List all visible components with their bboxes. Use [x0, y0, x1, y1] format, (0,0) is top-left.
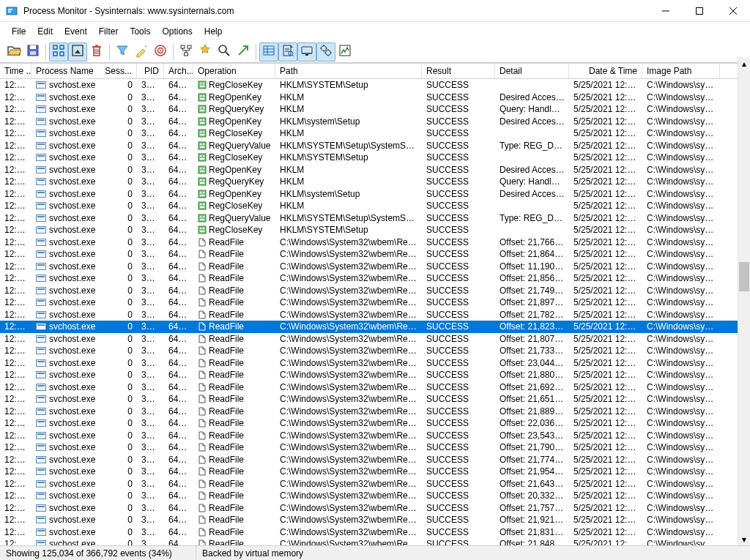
cell-session: 0: [105, 116, 137, 127]
vertical-scrollbar[interactable]: ▴ ▾: [738, 57, 750, 545]
event-row[interactable]: 12:42:...svchost.exe0313264-bitReadFileC…: [0, 538, 750, 545]
toolbar-show-network-button[interactable]: [297, 42, 316, 61]
column-header-image[interactable]: Image Path: [642, 64, 720, 78]
title-bar: Process Monitor - Sysinternals: www.sysi…: [0, 0, 750, 22]
column-header-pid[interactable]: PID: [137, 64, 164, 78]
menu-help[interactable]: Help: [198, 23, 229, 40]
event-row[interactable]: 12:42:...svchost.exe0313264-bitReadFileC…: [0, 478, 750, 490]
toolbar-filter-button[interactable]: [113, 42, 132, 61]
toolbar-show-process-button[interactable]: [316, 42, 335, 61]
event-row[interactable]: 12:42:...svchost.exe0313264-bitReadFileC…: [0, 466, 750, 478]
cell-arch: 64-bit: [164, 224, 193, 236]
event-row[interactable]: 12:42:...svchost.exe0313264-bitReadFileC…: [0, 261, 750, 273]
menu-edit[interactable]: Edit: [31, 23, 59, 40]
column-header-arch[interactable]: Arch...: [164, 64, 193, 78]
column-header-path[interactable]: Path: [275, 64, 422, 78]
menu-file[interactable]: File: [6, 23, 31, 40]
cell-arch: 64-bit: [164, 272, 193, 284]
column-header-result[interactable]: Result: [422, 64, 495, 78]
event-row[interactable]: 12:42:...svchost.exe0313264-bitReadFileC…: [0, 441, 750, 454]
toolbar-clear-button[interactable]: [87, 42, 106, 61]
toolbar-capture-button[interactable]: [49, 42, 68, 61]
event-row[interactable]: 12:42:...svchost.exe0313264-bitRegCloseK…: [0, 127, 750, 140]
column-header-time[interactable]: Time ...: [0, 64, 31, 78]
toolbar-find-activity-button[interactable]: [196, 42, 215, 61]
event-row[interactable]: 12:42:...svchost.exe0313264-bitReadFileC…: [0, 309, 750, 321]
toolbar-process-tree-button[interactable]: [177, 42, 196, 61]
cell-arch: 64-bit: [164, 176, 193, 187]
toolbar-find-button[interactable]: [215, 42, 234, 61]
svg-rect-33: [302, 47, 312, 53]
close-button[interactable]: [716, 0, 750, 22]
event-row[interactable]: 12:42:...svchost.exe0313264-bitRegQueryK…: [0, 176, 750, 188]
cell-image: C:\Windows\syste...: [642, 285, 720, 296]
event-row[interactable]: 12:42:...svchost.exe0313264-bitReadFileC…: [0, 369, 750, 381]
menu-options[interactable]: Options: [156, 23, 198, 40]
event-row[interactable]: 12:42:...svchost.exe0313264-bitReadFileC…: [0, 417, 750, 430]
event-row[interactable]: 12:42:...svchost.exe0313264-bitReadFileC…: [0, 514, 750, 526]
scroll-thumb[interactable]: [739, 262, 749, 291]
event-row[interactable]: 12:42:...svchost.exe0313264-bitRegQueryV…: [0, 212, 750, 225]
cell-op: ReadFile: [193, 441, 275, 453]
event-row[interactable]: 12:42:...svchost.exe0313264-bitRegQueryV…: [0, 140, 750, 152]
toolbar-highlight-button[interactable]: [132, 42, 151, 61]
column-header-dt[interactable]: Date & Time: [569, 64, 642, 78]
event-row[interactable]: 12:42:...svchost.exe0313264-bitReadFileC…: [0, 285, 750, 297]
event-row[interactable]: 12:42:...svchost.exe0313264-bitReadFileC…: [0, 406, 750, 418]
event-row[interactable]: 12:42:...svchost.exe0313264-bitReadFileC…: [0, 490, 750, 502]
menu-filter[interactable]: Filter: [93, 23, 125, 40]
event-row[interactable]: 12:42:...svchost.exe0313264-bitRegCloseK…: [0, 152, 750, 164]
event-row[interactable]: 12:42:...svchost.exe0313264-bitReadFileC…: [0, 296, 750, 309]
cell-image: C:\Windows\syste...: [642, 466, 720, 477]
event-row[interactable]: 12:42:...svchost.exe0313264-bitRegCloseK…: [0, 224, 750, 236]
event-row[interactable]: 12:42:...svchost.exe0313264-bitRegOpenKe…: [0, 164, 750, 176]
event-row[interactable]: 12:42:...svchost.exe0313264-bitRegOpenKe…: [0, 188, 750, 201]
event-row[interactable]: 12:42:...svchost.exe0313264-bitReadFileC…: [0, 345, 750, 357]
column-header-op[interactable]: Operation: [193, 64, 275, 78]
registry-op-icon: [198, 214, 207, 223]
column-header-detail[interactable]: Detail: [495, 64, 569, 78]
toolbar-save-button[interactable]: [23, 42, 42, 61]
cell-arch: 64-bit: [164, 188, 193, 200]
minimize-button[interactable]: [649, 0, 683, 22]
scroll-down-icon[interactable]: ▾: [738, 533, 750, 545]
maximize-button[interactable]: [683, 0, 716, 22]
toolbar-target-button[interactable]: [151, 42, 170, 61]
toolbar-open-button[interactable]: [4, 42, 23, 61]
event-row[interactable]: 12:42:...svchost.exe0313264-bitRegCloseK…: [0, 200, 750, 212]
toolbar-show-filesystem-button[interactable]: [278, 42, 297, 61]
event-row[interactable]: 12:42:...svchost.exe0313264-bitReadFileC…: [0, 357, 750, 370]
event-row[interactable]: 12:42:...svchost.exe0313264-bitReadFileC…: [0, 526, 750, 539]
event-row[interactable]: 12:42:...svchost.exe0313264-bitReadFileC…: [0, 272, 750, 285]
event-row[interactable]: 12:42:...svchost.exe0313264-bitReadFileC…: [0, 381, 750, 394]
process-icon: [36, 384, 46, 391]
event-row[interactable]: 12:42:...svchost.exe0313264-bitRegOpenKe…: [0, 116, 750, 128]
event-row[interactable]: 12:42:...svchost.exe0313264-bitReadFileC…: [0, 248, 750, 261]
process-icon: [36, 311, 46, 318]
event-row[interactable]: 12:42:...svchost.exe0313264-bitReadFileC…: [0, 333, 750, 346]
svg-rect-78: [200, 195, 204, 196]
cell-image: C:\Windows\syste...: [642, 417, 720, 429]
toolbar-autoscroll-button[interactable]: [68, 42, 87, 61]
column-header-session[interactable]: Sess...: [105, 64, 137, 78]
toolbar-jump-button[interactable]: [234, 42, 253, 61]
event-row[interactable]: 12:42:...svchost.exe0313264-bitReadFileC…: [0, 321, 750, 333]
event-row[interactable]: 12:42:...svchost.exe0313264-bitReadFileC…: [0, 236, 750, 249]
menu-event[interactable]: Event: [59, 23, 93, 40]
event-row[interactable]: 12:42:...svchost.exe0313264-bitRegCloseK…: [0, 79, 750, 92]
event-row[interactable]: 12:42:...svchost.exe0313264-bitRegQueryK…: [0, 103, 750, 116]
cell-op: RegQueryValue: [193, 140, 275, 152]
toolbar-show-registry-button[interactable]: [259, 42, 278, 61]
grid-body[interactable]: 12:42:...svchost.exe0313264-bitRegCloseK…: [0, 79, 750, 545]
cell-pname: svchost.exe: [31, 285, 105, 296]
event-row[interactable]: 12:42:...svchost.exe0313264-bitReadFileC…: [0, 430, 750, 442]
column-header-pname[interactable]: Process Name: [31, 64, 105, 78]
event-row[interactable]: 12:42:...svchost.exe0313264-bitReadFileC…: [0, 454, 750, 466]
event-row[interactable]: 12:42:...svchost.exe0313264-bitReadFileC…: [0, 502, 750, 515]
event-row[interactable]: 12:42:...svchost.exe0313264-bitRegOpenKe…: [0, 92, 750, 104]
event-row[interactable]: 12:42:...svchost.exe0313264-bitReadFileC…: [0, 393, 750, 406]
menu-tools[interactable]: Tools: [124, 23, 156, 40]
cell-session: 0: [105, 357, 137, 369]
toolbar-show-profiling-button[interactable]: [335, 42, 354, 61]
scroll-up-icon[interactable]: ▴: [738, 57, 750, 70]
